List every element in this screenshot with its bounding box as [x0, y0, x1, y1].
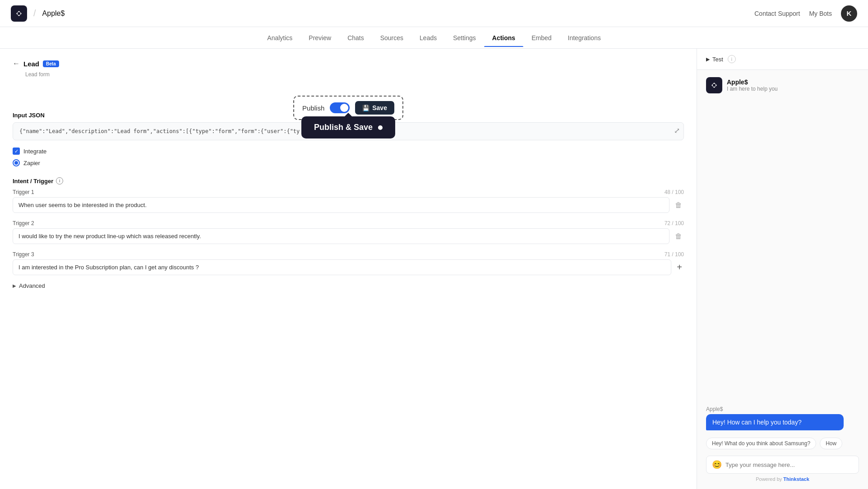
nav-item-actions[interactable]: Actions	[484, 29, 523, 47]
integrate-label: Integrate	[23, 148, 46, 155]
quick-reply-2[interactable]: How	[820, 438, 842, 449]
zapier-radio[interactable]	[13, 159, 20, 166]
bot-name: Apple$	[727, 78, 778, 86]
test-label: Test	[712, 56, 723, 63]
nav-item-leads[interactable]: Leads	[411, 29, 445, 47]
back-button[interactable]: ←	[13, 60, 20, 68]
lead-title: Lead	[23, 60, 39, 68]
trigger-3-label: Trigger 3	[13, 251, 34, 258]
bot-tagline: I am here to help you	[727, 86, 778, 92]
chat-sender: Apple$	[706, 406, 859, 412]
header-right: Contact Support My Bots K	[754, 5, 857, 22]
integrate-checkbox[interactable]: ✓	[13, 148, 20, 155]
app-name: Apple$	[42, 9, 65, 18]
trigger-2-label: Trigger 2	[13, 220, 34, 226]
nav-item-chats[interactable]: Chats	[339, 29, 372, 47]
advanced-label: Advanced	[19, 282, 45, 289]
trigger-2-delete[interactable]: 🗑	[673, 231, 684, 242]
save-icon: 💾	[362, 105, 369, 111]
trigger-1-meta: Trigger 1 48 / 100	[13, 189, 684, 195]
intent-trigger-header: Intent / Trigger i	[13, 177, 684, 185]
bot-avatar	[706, 77, 722, 93]
tooltip-dot	[378, 125, 383, 130]
main-content: ← Lead Beta Lead form Publish 💾 Save	[0, 49, 868, 489]
publish-toggle[interactable]	[330, 102, 350, 113]
save-label: Save	[372, 104, 387, 111]
powered-by: Powered by Thinkstack	[706, 476, 859, 482]
trigger-3-input-row: +	[13, 259, 684, 275]
quick-replies: Hey! What do you think about Samsung? Ho…	[706, 438, 859, 449]
trigger-1-row: Trigger 1 48 / 100 🗑	[13, 189, 684, 213]
trigger-3-input[interactable]	[13, 259, 671, 275]
header-slash: /	[33, 8, 36, 18]
intent-info-icon[interactable]: i	[56, 177, 63, 185]
svg-rect-0	[18, 12, 20, 15]
header: / Apple$ Contact Support My Bots K	[0, 0, 868, 27]
zapier-row: Zapier	[13, 159, 684, 166]
trigger-1-count: 48 / 100	[665, 189, 684, 195]
trigger-2-input[interactable]	[13, 228, 669, 244]
trigger-1-delete[interactable]: 🗑	[673, 199, 684, 211]
nav-item-integrations[interactable]: Integrations	[560, 29, 609, 47]
nav-item-preview[interactable]: Preview	[300, 29, 339, 47]
tooltip-arrow	[345, 113, 352, 116]
json-value: {"name":"Lead","description":"Lead form"…	[19, 128, 300, 134]
test-bar: ▶ Test i	[697, 49, 868, 70]
trigger-3-add[interactable]: +	[675, 260, 684, 274]
advanced-arrow-icon: ▶	[13, 283, 16, 288]
bot-info: Apple$ I am here to help you	[727, 78, 778, 92]
integrate-row: ✓ Integrate	[13, 148, 684, 155]
logo-icon[interactable]	[11, 5, 27, 22]
publish-label: Publish	[302, 104, 324, 112]
tooltip-text: Publish & Save	[314, 123, 373, 132]
chat-bubble: Hey! How can I help you today?	[706, 414, 844, 430]
left-panel: ← Lead Beta Lead form Publish 💾 Save	[0, 49, 697, 489]
intent-title: Intent / Trigger	[13, 178, 53, 185]
quick-reply-1[interactable]: Hey! What do you think about Samsung?	[706, 438, 816, 449]
advanced-row[interactable]: ▶ Advanced	[13, 282, 684, 289]
powered-by-text: Powered by	[756, 476, 782, 482]
header-left: / Apple$	[11, 5, 65, 22]
test-button[interactable]: ▶ Test	[706, 56, 723, 63]
save-button[interactable]: 💾 Save	[355, 101, 394, 115]
trigger-3-meta: Trigger 3 71 / 100	[13, 251, 684, 258]
contact-support-link[interactable]: Contact Support	[754, 10, 800, 17]
lead-sub-label: Lead form	[25, 71, 50, 78]
test-info-icon[interactable]: i	[728, 55, 736, 63]
main-nav: Analytics Preview Chats Sources Leads Se…	[0, 27, 868, 49]
trigger-2-meta: Trigger 2 72 / 100	[13, 220, 684, 226]
trigger-2-count: 72 / 100	[665, 220, 684, 226]
zapier-label: Zapier	[23, 160, 40, 166]
trigger-1-input-row: 🗑	[13, 197, 684, 213]
trigger-1-label: Trigger 1	[13, 189, 34, 195]
chat-preview: Apple$ I am here to help you Apple$ Hey!…	[697, 70, 868, 489]
play-icon: ▶	[706, 56, 710, 62]
trigger-3-row: Trigger 3 71 / 100 +	[13, 251, 684, 275]
avatar[interactable]: K	[841, 5, 857, 22]
trigger-3-count: 71 / 100	[665, 251, 684, 258]
expand-button[interactable]: ⤢	[674, 126, 680, 135]
trigger-1-input[interactable]	[13, 197, 669, 213]
svg-rect-1	[713, 84, 716, 87]
chat-input-row: 😊	[706, 456, 859, 474]
publish-save-tooltip: Publish & Save	[301, 116, 395, 138]
beta-badge: Beta	[43, 60, 59, 67]
breadcrumb: ← Lead Beta	[13, 60, 684, 68]
emoji-icon[interactable]: 😊	[712, 460, 722, 470]
trigger-2-input-row: 🗑	[13, 228, 684, 244]
right-panel: ▶ Test i Apple$ I am here to help you	[697, 49, 868, 489]
my-bots-link[interactable]: My Bots	[809, 10, 832, 17]
radio-inner	[14, 161, 18, 165]
bot-intro: Apple$ I am here to help you	[706, 77, 859, 93]
nav-item-settings[interactable]: Settings	[445, 29, 484, 47]
nav-item-embed[interactable]: Embed	[523, 29, 559, 47]
brand-name: Thinkstack	[783, 476, 809, 482]
chat-input[interactable]	[725, 461, 853, 468]
nav-item-sources[interactable]: Sources	[372, 29, 411, 47]
nav-item-analytics[interactable]: Analytics	[259, 29, 300, 47]
trigger-2-row: Trigger 2 72 / 100 🗑	[13, 220, 684, 244]
